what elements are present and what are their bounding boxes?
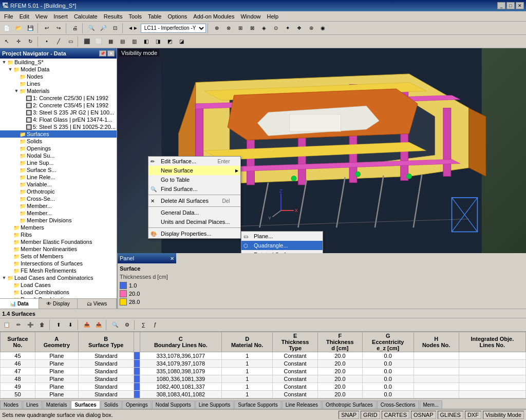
tree-item-3[interactable]: 📁 Lines	[0, 80, 117, 87]
bt8[interactable]: 📤	[93, 319, 104, 331]
bt2[interactable]: ✏	[13, 319, 24, 331]
table-row-47[interactable]: 47 Plane Standard 335,1080,398,1079 1 Co…	[1, 368, 526, 375]
status-seg-3[interactable]: OSNAP	[411, 411, 436, 419]
tree-item-10[interactable]: 📁 Surfaces	[0, 130, 117, 138]
status-seg-4[interactable]: GLINES	[438, 411, 463, 419]
t2-5[interactable]: ▥	[128, 36, 140, 47]
tree-item-8[interactable]: 🔲 4: Float Glass | prEN 13474-1...	[0, 116, 117, 123]
tool8[interactable]: ❖	[294, 23, 305, 34]
tool5[interactable]: ◈	[258, 23, 270, 34]
btab-solids[interactable]: Solids	[101, 400, 122, 409]
menu-item-file[interactable]: File	[1, 12, 16, 21]
nav-pin[interactable]: 📌	[99, 50, 106, 56]
nav-close[interactable]: ✕	[107, 50, 115, 56]
bt10[interactable]: ⚙	[121, 319, 133, 331]
tree-item-28[interactable]: 📁 Intersections of Surfaces	[0, 260, 117, 267]
tree-item-23[interactable]: 📁 Members	[0, 224, 117, 231]
ctx-display-props[interactable]: 🎨 Display Properties...	[148, 229, 240, 238]
bt1[interactable]: 📋	[1, 319, 12, 331]
t2-3[interactable]: ▦	[105, 36, 116, 47]
panel-close-button[interactable]: ✕	[170, 256, 174, 261]
btab-mem...[interactable]: Mem...	[420, 400, 443, 409]
tree-toggle-0[interactable]: ▼	[1, 59, 7, 65]
table-row-45[interactable]: 45 Plane Standard 333,1078,396,1077 1 Co…	[1, 352, 526, 360]
tree-item-25[interactable]: 📁 Member Elastic Foundations	[0, 238, 117, 245]
bt-fx[interactable]: ƒ	[149, 319, 161, 331]
close-button[interactable]: ✕	[516, 2, 524, 9]
menu-item-calculate[interactable]: Calculate	[71, 12, 101, 21]
tool6[interactable]: ⊙	[270, 23, 281, 34]
tree-item-20[interactable]: 📁 Member...	[0, 202, 117, 209]
tool1[interactable]: ⊕	[211, 23, 222, 34]
surface-icon[interactable]: ▭	[65, 36, 76, 47]
tree-toggle-1[interactable]: ▼	[7, 66, 13, 72]
btab-surfaces[interactable]: Surfaces	[71, 400, 100, 409]
menu-item-options[interactable]: Options	[164, 12, 190, 21]
menu-item-add-on-modules[interactable]: Add-on Modules	[190, 12, 237, 21]
tree-item-2[interactable]: 📁 Nodes	[0, 73, 117, 80]
new-icon[interactable]: 📄	[1, 23, 12, 34]
tree-item-4[interactable]: ▼ 📁 Materials	[0, 87, 117, 94]
menu-item-results[interactable]: Results	[101, 12, 126, 21]
bt9[interactable]: 🔍	[109, 319, 121, 331]
tree-item-27[interactable]: 📁 Sets of Members	[0, 253, 117, 260]
node-icon[interactable]: •	[41, 36, 52, 47]
tool7[interactable]: ✦	[282, 23, 293, 34]
menu-item-edit[interactable]: Edit	[16, 12, 32, 21]
tool10[interactable]: ◉	[317, 23, 329, 34]
status-seg-1[interactable]: GRID	[361, 411, 380, 419]
t2-4[interactable]: ▤	[117, 36, 128, 47]
tree-item-15[interactable]: 📁 Surface S...	[0, 166, 117, 174]
btab-materials[interactable]: Materials	[43, 400, 71, 409]
nav-tab-data[interactable]: 📊 Data	[0, 299, 39, 309]
zoom-fit-icon[interactable]: ⊡	[109, 23, 121, 34]
btab-openings[interactable]: Openings	[122, 400, 152, 409]
zoom-out-icon[interactable]: 🔎	[98, 23, 109, 34]
ctx-delete-all[interactable]: ✕ Delete All Surfaces Del	[148, 196, 240, 205]
tool4[interactable]: ⊠	[247, 23, 258, 34]
tree-toggle-30[interactable]: ▼	[1, 275, 7, 281]
tree-item-22[interactable]: 📁 Member Divisions	[0, 217, 117, 224]
tree-item-14[interactable]: 📁 Line Sup...	[0, 159, 117, 166]
tree-item-17[interactable]: 📁 Variable...	[0, 181, 117, 188]
tree-item-13[interactable]: 📁 Nodal Su...	[0, 152, 117, 159]
bt3[interactable]: ➕	[25, 319, 36, 331]
open-icon[interactable]: 📂	[13, 23, 24, 34]
redo-icon[interactable]: ↪	[53, 23, 64, 34]
minimize-button[interactable]: _	[497, 2, 505, 9]
bt7[interactable]: 📥	[81, 319, 92, 331]
menu-item-help[interactable]: Help	[264, 12, 282, 21]
btab-nodal-supports[interactable]: Nodal Supports	[152, 400, 195, 409]
status-seg-6[interactable]: Visibility Mode	[483, 411, 524, 419]
ctx-edit-surface[interactable]: ✏ Edit Surface... Enter	[148, 157, 240, 166]
ctx-units[interactable]: Units and Decimal Places...	[148, 217, 240, 226]
ctx-new-surface[interactable]: New Surface	[148, 166, 240, 175]
menu-item-window[interactable]: Window	[237, 12, 264, 21]
tool9[interactable]: ⊛	[306, 23, 317, 34]
tree-item-11[interactable]: 📁 Solids	[0, 138, 117, 145]
btab-orthotropic-surfaces[interactable]: Orthotropic Surfaces	[322, 400, 377, 409]
move-icon[interactable]: ✛	[13, 36, 24, 47]
ctx-general-data[interactable]: General Data...	[148, 208, 240, 217]
table-row-46[interactable]: 46 Plane Standard 334,1079,397,1078 1 Co…	[1, 360, 526, 368]
tree-item-24[interactable]: 📁 Ribs	[0, 231, 117, 238]
tree-item-32[interactable]: 📁 Load Combinations	[0, 289, 117, 296]
nav-tab-display[interactable]: 👁 Display	[39, 299, 78, 309]
status-seg-0[interactable]: SNAP	[339, 411, 359, 419]
tree-item-30[interactable]: ▼ 📁 Load Cases and Combinatorics	[0, 274, 117, 281]
btab-nodes[interactable]: Nodes	[0, 400, 22, 409]
tree-item-1[interactable]: ▼ 📁 Model Data	[0, 66, 117, 73]
maximize-button[interactable]: □	[506, 2, 515, 9]
ctx-find-surface[interactable]: 🔍 Find Surface...	[148, 184, 240, 194]
bt6[interactable]: ⬇	[65, 319, 76, 331]
btab-surface-supports[interactable]: Surface Supports	[234, 400, 281, 409]
status-seg-5[interactable]: DXF	[465, 411, 481, 419]
menu-item-tools[interactable]: Tools	[125, 12, 145, 21]
table-row-49[interactable]: 49 Plane Standard 1082,400,1081,337 1 Co…	[1, 383, 526, 391]
bt5[interactable]: ⬆	[53, 319, 64, 331]
lc-combo[interactable]: LC11 - Imperfection -Y	[141, 24, 206, 33]
select-icon[interactable]: ↖	[1, 36, 12, 47]
tree-item-19[interactable]: 📁 Cross-Se...	[0, 195, 117, 202]
menu-item-table[interactable]: Table	[145, 12, 164, 21]
tree-item-7[interactable]: 🔲 3: Steel S 235 JR G2 | EN 100...	[0, 109, 117, 116]
